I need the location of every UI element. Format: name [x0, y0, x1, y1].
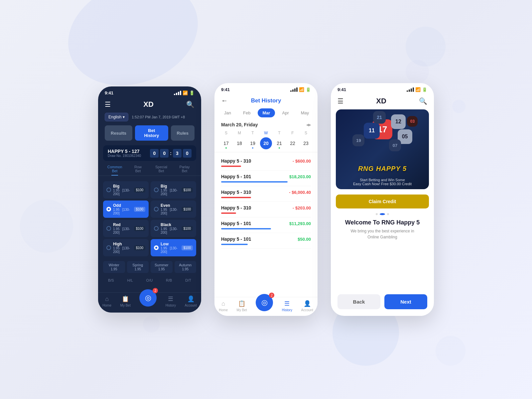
- status-bar-left: 9:41 📶 🔋: [98, 86, 201, 97]
- month-mar[interactable]: Mar: [258, 108, 275, 117]
- signal-icon-right: [407, 87, 414, 92]
- back-button-middle[interactable]: ←: [221, 97, 228, 104]
- month-jan2[interactable]: Jan: [316, 108, 318, 117]
- bet-item-red[interactable]: Red 1.95 [130-200] $100: [103, 220, 149, 237]
- date-nav-arrows[interactable]: ◂▸: [306, 122, 311, 127]
- bet-item-big2[interactable]: Big 1.95 [130-200] $100: [151, 181, 196, 199]
- winter-btn[interactable]: Winter1.95: [103, 261, 125, 273]
- app-title-left: XD: [143, 100, 154, 109]
- ou-tab[interactable]: O/U: [144, 277, 156, 284]
- account-icon: 👤: [187, 295, 195, 303]
- spring-btn[interactable]: Spring1.95: [127, 261, 149, 273]
- bet-item-info8: Low 1.95 [130-200]: [161, 242, 180, 254]
- nav-history-mid[interactable]: ☰ History: [282, 300, 292, 312]
- nav-mybet-mid[interactable]: 📋 My Bet: [237, 300, 247, 312]
- search-icon-right[interactable]: 🔍: [419, 97, 427, 105]
- row-bet-tab[interactable]: RowBet: [126, 165, 150, 176]
- autumn-btn[interactable]: Autumn1.95: [175, 261, 197, 273]
- nav-history-left[interactable]: ☰ History: [166, 295, 176, 307]
- common-bet-tab[interactable]: CommonBet: [103, 165, 126, 176]
- parlay-bet-tab[interactable]: ParlayBet: [173, 165, 196, 176]
- banner-caption-1: Start Betting and Win Some: [336, 178, 429, 182]
- bs-tab[interactable]: B/S: [105, 277, 117, 284]
- nav-home-mid[interactable]: ⌂ Home: [219, 300, 228, 312]
- bet-radio-high: [106, 245, 111, 250]
- rb-tab[interactable]: R/B: [163, 277, 175, 284]
- dice-display: 17 11 12 05 19 07 03 21: [336, 109, 429, 156]
- summer-btn[interactable]: Summer1.95: [151, 261, 173, 273]
- menu-icon-right[interactable]: ☰: [337, 97, 343, 105]
- nav-account-mid[interactable]: 👤 Account: [301, 300, 313, 312]
- bet-bar-2: [221, 181, 288, 183]
- nav-mybet-left[interactable]: 📋 My Bet: [120, 295, 131, 307]
- bet-item-low[interactable]: Low 1.95 [130-200] $100: [151, 239, 196, 256]
- day-f: F: [287, 131, 299, 135]
- bet-entry-4[interactable]: Happy 5 - 310 - $203.00: [221, 202, 311, 217]
- date-18[interactable]: 18: [233, 137, 245, 149]
- brand-name: RNG HAPPY 5: [336, 165, 429, 173]
- wifi-icon: 📶: [183, 90, 188, 95]
- language-label: English: [108, 115, 121, 119]
- nav-badge-mid: 2: [269, 293, 274, 298]
- season-buttons: Winter1.95 Spring1.95 Summer1.95 Autumn1…: [98, 259, 201, 275]
- bet-radio-even: [154, 207, 159, 211]
- rules-tab[interactable]: Rules: [171, 125, 195, 141]
- time-right: 9:41: [337, 87, 346, 92]
- bet-entry-3[interactable]: Happy 5 - 310 - $6,000.40: [221, 186, 311, 202]
- date-23[interactable]: 23: [300, 137, 312, 149]
- status-icons-left: 📶 🔋: [174, 90, 195, 95]
- claim-credit-button[interactable]: Claim Credit: [336, 195, 429, 208]
- date-22[interactable]: 22: [287, 137, 299, 149]
- score-3: 0: [183, 149, 192, 158]
- welcome-sub-1: We bring you the best experience in: [350, 229, 414, 233]
- nav-center-mid[interactable]: 2 ◎: [256, 294, 273, 311]
- dice-03: 03: [407, 116, 418, 127]
- app-title-right: XD: [376, 97, 386, 105]
- center-icon-mid: ◎: [261, 298, 268, 307]
- bet-item-info3: Odd 1.95 [130-200]: [113, 203, 132, 215]
- menu-icon[interactable]: ☰: [105, 100, 111, 108]
- bet-entry-5[interactable]: Happy 5 - 101 $11,293.00: [221, 217, 311, 233]
- next-button-right[interactable]: Next: [384, 294, 427, 309]
- search-icon-left[interactable]: 🔍: [186, 100, 195, 108]
- bet-history-tab[interactable]: Bet History: [135, 125, 168, 141]
- bet-radio-black: [154, 226, 159, 231]
- bet-item-high[interactable]: High 1.95 [130-200] $100: [103, 239, 149, 256]
- bet-entry-1[interactable]: Happy 5 - 310 - $600.00: [221, 155, 311, 171]
- mybet-label-mid: My Bet: [237, 308, 247, 312]
- bet-item-info6: Black 1.95 [130-200]: [161, 222, 180, 234]
- bet-item-black[interactable]: Black 1.95 [130-200] $100: [151, 220, 196, 237]
- special-bet-tab[interactable]: SpecialBet: [150, 165, 173, 176]
- bet-entry-2[interactable]: Happy 5 - 101 $18,203.00: [221, 171, 311, 186]
- month-jan1[interactable]: Jan: [219, 108, 236, 117]
- bet-item-even[interactable]: Even 1.95 [130-200] $100: [151, 200, 196, 218]
- language-selector[interactable]: English ▾: [105, 113, 128, 121]
- home-icon: ⌂: [105, 296, 109, 303]
- dt-tab[interactable]: D/T: [183, 277, 194, 284]
- date-20[interactable]: 20: [260, 137, 272, 149]
- bet-entry-6[interactable]: Happy 5 - 101 $50.00: [221, 233, 311, 249]
- bet-item-big[interactable]: Big 1.95 [130-200] $100: [103, 181, 149, 199]
- nav-account-left[interactable]: 👤 Account: [185, 295, 197, 307]
- bet-radio-low: [154, 245, 159, 250]
- month-apr[interactable]: Apr: [278, 108, 294, 117]
- bet-radio-red: [106, 226, 111, 231]
- month-may[interactable]: May: [296, 108, 314, 117]
- home-label-mid: Home: [219, 308, 228, 312]
- dice-19: 19: [352, 134, 364, 146]
- phone-right: 9:41 📶 🔋 ☰ XD 🔍 17 11: [331, 83, 434, 316]
- day-m: M: [233, 131, 245, 135]
- date-21[interactable]: 21: [273, 137, 285, 149]
- hl-tab[interactable]: H/L: [125, 277, 136, 284]
- results-tab[interactable]: Results: [105, 125, 132, 141]
- nav-center-left[interactable]: 2 ◎: [139, 289, 157, 307]
- bet-item-odd[interactable]: Odd 1.95 [130-200] $100: [103, 200, 149, 218]
- time-left: 9:41: [105, 90, 113, 95]
- bet-item-info7: High 1.95 [130-200]: [113, 242, 132, 254]
- date-19[interactable]: 19: [247, 137, 259, 149]
- draw-number: Draw No. 1901062340: [108, 154, 141, 158]
- month-feb[interactable]: Feb: [238, 108, 255, 117]
- date-17[interactable]: 17: [220, 137, 232, 149]
- nav-home-left[interactable]: ⌂ Home: [102, 296, 111, 307]
- back-button-right[interactable]: Back: [337, 294, 380, 309]
